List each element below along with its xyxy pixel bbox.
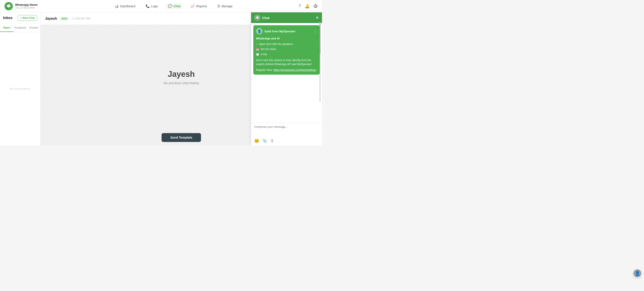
manage-icon: ☰	[217, 4, 220, 8]
sender-avatar: 👤	[256, 28, 262, 34]
brand-phone: +91 22 6619 9443	[15, 6, 38, 9]
help-button[interactable]: ?	[298, 4, 301, 8]
message-content: WhatsApp and AI ✔ Open QnA with the spea…	[256, 36, 317, 72]
register-label: Register Now:	[256, 68, 272, 71]
sidebar: Inbox + New Chat Open Assigned Closed No…	[0, 12, 40, 145]
brand-name: Whatsapp Demo	[15, 3, 38, 6]
chat-area: Jayesh S003 +1 234 567 789 Transfer Reso…	[40, 12, 322, 145]
chat-contact-name: Jayesh	[45, 16, 57, 20]
sender-name: Sahil from MyOperator	[264, 30, 311, 33]
nav-dashboard-label: Dashboard	[120, 4, 136, 8]
chat-card-header: 💬 Chat ✕	[251, 12, 322, 23]
inbox-title: Inbox	[3, 16, 13, 20]
nav-manage[interactable]: ☰ Manage	[216, 3, 234, 9]
date-row: 📅 3rd Oct 2024	[256, 47, 317, 51]
voice-button[interactable]: 🎙	[270, 139, 274, 143]
logs-icon: 📞	[146, 4, 150, 8]
nav-manage-label: Manage	[222, 4, 233, 8]
brand-logo-area: 💬 Whatsapp Demo +91 22 6619 9443	[4, 2, 49, 10]
compose-area: 😊 📎 🎙	[251, 123, 322, 145]
nav-logs-label: Logs	[151, 4, 158, 8]
check-item: ✔ Open QnA with the speakers	[256, 42, 317, 46]
calendar-icon: 📅	[256, 47, 259, 51]
chat-nav-icon: 💬	[168, 4, 172, 8]
more-options-icon[interactable]: ⋮	[313, 29, 317, 34]
chat-card-panel: 💬 Chat ✕ 👤 Sahil from MyO	[251, 12, 322, 145]
nav-dashboard[interactable]: 📊 Dashboard	[113, 3, 137, 9]
close-chat-card-button[interactable]: ✕	[316, 15, 319, 20]
time-text: 4 PM	[260, 52, 267, 56]
sidebar-conversation-list: No conversations	[0, 32, 40, 145]
nav-reports[interactable]: 📈 Reports	[189, 3, 209, 9]
chat-card-title: 💬 Chat	[254, 15, 270, 21]
chat-card-body[interactable]: 👤 Sahil from MyOperator ⋮ WhatsApp and A…	[251, 23, 322, 123]
tab-assigned[interactable]: Assigned	[14, 24, 27, 32]
register-link[interactable]: https://myoperator.com/thesmbshow	[274, 68, 316, 71]
nav-chat-label: Chat	[174, 4, 180, 8]
nav-logs[interactable]: 📞 Logs	[144, 3, 160, 9]
no-chat-history-text: No previous chat history	[164, 81, 199, 85]
date-text: 3rd Oct 2024	[260, 47, 276, 51]
compose-input[interactable]	[254, 125, 319, 136]
compose-actions: 😊 📎 🎙	[254, 137, 319, 143]
check-item-text: Open QnA with the speakers	[259, 42, 293, 46]
chat-contact-big-name: Jayesh	[168, 69, 195, 79]
new-chat-label: New Chat	[22, 16, 35, 19]
sidebar-header: Inbox + New Chat	[0, 12, 40, 24]
main-layout: Inbox + New Chat Open Assigned Closed No…	[0, 12, 322, 145]
checkmark-icon: ✔	[256, 42, 258, 46]
nav-actions: ? 🔔 ⏻	[298, 4, 318, 9]
chat-card-icon: 💬	[254, 15, 260, 21]
nav-chat[interactable]: 💬 Chat	[166, 3, 182, 9]
message-heading: WhatsApp and AI	[256, 36, 317, 41]
reports-icon: 📈	[190, 4, 195, 8]
register-row: Register Now: https://myoperator.com/the…	[256, 68, 317, 72]
nav-reports-label: Reports	[196, 4, 207, 8]
sidebar-tabs: Open Assigned Closed	[0, 24, 40, 32]
brand-logo-icon: 💬	[4, 2, 13, 10]
message-body: Don't miss this chance to hear directly …	[256, 58, 317, 66]
new-chat-button[interactable]: + New Chat	[18, 15, 37, 21]
expand-panel-arrow[interactable]: ›	[251, 77, 252, 81]
tab-open[interactable]: Open	[0, 24, 14, 32]
nav-links: 📊 Dashboard 📞 Logs 💬 Chat 📈 Reports ☰ Ma…	[49, 3, 298, 9]
tab-closed[interactable]: Closed	[27, 24, 40, 32]
chat-card-title-label: Chat	[262, 16, 270, 20]
dashboard-icon: 📊	[114, 4, 119, 8]
notifications-button[interactable]: 🔔	[305, 4, 310, 9]
attach-button[interactable]: 📎	[262, 138, 267, 143]
brand-info: Whatsapp Demo +91 22 6619 9443	[15, 3, 38, 9]
convo-header: 👤 Sahil from MyOperator ⋮	[256, 28, 317, 34]
no-conversation-text: No conversations	[10, 87, 30, 90]
new-chat-plus-icon: +	[20, 16, 22, 19]
power-button[interactable]: ⏻	[314, 4, 318, 8]
contact-phone: +1 234 567 789	[72, 17, 90, 20]
time-row: 🕓 4 PM	[256, 52, 317, 56]
send-template-button[interactable]: Send Template	[162, 133, 201, 142]
clock-icon: 🕓	[256, 52, 259, 56]
contact-badge: S003	[60, 17, 69, 20]
close-icon: ✕	[316, 15, 319, 20]
top-navigation: 💬 Whatsapp Demo +91 22 6619 9443 📊 Dashb…	[0, 0, 322, 12]
conversation-message: 👤 Sahil from MyOperator ⋮ WhatsApp and A…	[253, 25, 320, 75]
emoji-button[interactable]: 😊	[254, 138, 259, 143]
